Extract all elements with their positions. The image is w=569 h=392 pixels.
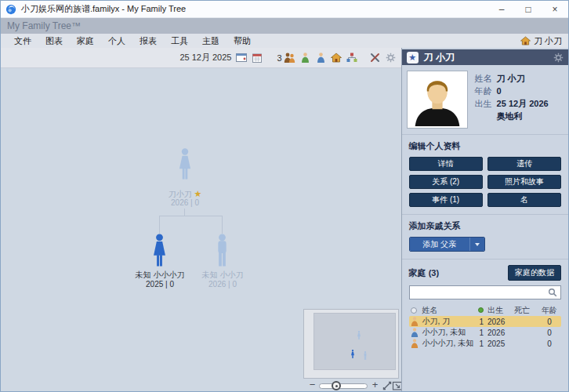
living-column-icon [478, 307, 484, 313]
add-father-button[interactable]: 添加 父亲 [410, 238, 469, 251]
settings-gear-icon[interactable] [385, 53, 397, 64]
minimap-viewport[interactable] [313, 313, 396, 370]
tree-connector [159, 216, 223, 216]
calendar-icon[interactable] [251, 53, 263, 64]
zoom-slider-track[interactable] [319, 383, 368, 389]
tree-label-child-2: 未知 小小刀 [172, 270, 274, 280]
chart-toolbar: 25 12月 2025 3 [1, 48, 401, 68]
minimap-panel[interactable] [303, 309, 399, 379]
people-count: 3 [277, 53, 281, 63]
divider [402, 259, 568, 260]
birthplace-value: 奥地利 [497, 111, 523, 121]
fullscreen-icon[interactable] [392, 380, 401, 391]
person-details: 姓名刀 小刀 年龄0 出生25 12月 2026 奥地利 [475, 71, 549, 129]
home-person-indicator[interactable]: 刀 小刀 [520, 35, 562, 47]
person-photo[interactable] [407, 71, 468, 129]
chevron-down-icon [475, 243, 480, 246]
home-person-icon[interactable] [331, 53, 342, 64]
zoom-slider-handle[interactable] [332, 381, 341, 390]
person-sidebar: ★ 刀 小刀 姓名刀 小刀 [401, 48, 568, 391]
tree-person-root[interactable] [176, 148, 194, 180]
avatar-silhouette [409, 73, 466, 126]
fit-to-window-icon[interactable] [382, 380, 393, 391]
family-search [409, 285, 561, 299]
menu-person[interactable]: 个人 [101, 35, 132, 47]
minimap-figure [357, 331, 361, 339]
family-row-3[interactable]: 小小小刀, 未知 1 2025 0 [409, 338, 561, 349]
close-button[interactable]: × [542, 1, 568, 17]
details-button[interactable]: 详情 [409, 157, 483, 171]
chart-type-icon[interactable] [346, 53, 358, 64]
menu-file[interactable]: 文件 [7, 35, 38, 47]
tree-person-child-selected[interactable] [150, 234, 169, 267]
tree-person-child-2[interactable] [213, 234, 231, 267]
photos-stories-button[interactable]: 照片和故事 [487, 175, 561, 189]
family-data-button[interactable]: 家庭的数据 [508, 265, 561, 281]
title-bar: 小刀娱乐网的族谱.familyx - My Family Tree – □ × [1, 1, 568, 18]
column-birth[interactable]: 出生 [487, 305, 514, 316]
edit-section-title: 编辑个人资料 [409, 140, 561, 152]
chart-date: 25 12月 2025 [179, 52, 231, 64]
names-button[interactable]: 名 [487, 193, 561, 207]
column-name[interactable]: 姓名 [422, 305, 475, 316]
events-button[interactable]: 事件 (1) [409, 193, 483, 207]
window-title: 小刀娱乐网的族谱.familyx - My Family Tree [21, 3, 186, 15]
add-section-title: 添加亲戚关系 [409, 220, 561, 232]
person-summary-card: 姓名刀 小刀 年龄0 出生25 12月 2026 奥地利 [402, 65, 568, 133]
divider [402, 134, 568, 135]
relationships-button[interactable]: 关系 (2) [409, 175, 483, 189]
person-female-icon [411, 317, 419, 326]
family-table: 姓名 出生 死亡 年龄 小刀, 刀 1 2026 0 [409, 304, 561, 349]
family-section: 家庭 (3) 家庭的数据 姓名 出生 死亡 [402, 260, 568, 355]
menu-reports[interactable]: 报表 [132, 35, 164, 47]
person-female-icon[interactable] [299, 53, 311, 64]
tree-connector [159, 216, 160, 234]
family-row-1[interactable]: 小刀, 刀 1 2026 0 [409, 316, 561, 327]
home-icon [520, 36, 531, 45]
panel-icon[interactable] [235, 53, 247, 64]
column-age[interactable]: 年龄 [539, 305, 560, 316]
tree-caption-root: 2026 | 0 [134, 198, 236, 208]
minimap-figure [363, 351, 368, 360]
person-column-icon [411, 307, 417, 314]
tree-caption-child-2: 2026 | 0 [172, 280, 274, 289]
favorite-star-icon[interactable]: ★ [407, 52, 419, 64]
person-male-icon [411, 328, 419, 337]
sidebar-gear-icon[interactable] [553, 53, 564, 63]
name-label: 姓名 [475, 72, 497, 85]
menu-family[interactable]: 家庭 [70, 35, 101, 47]
zoom-in-button[interactable]: + [370, 379, 380, 390]
family-search-input[interactable] [413, 289, 548, 297]
menu-tools[interactable]: 工具 [164, 35, 195, 47]
zoom-out-button[interactable]: − [307, 379, 317, 390]
age-label: 年龄 [475, 85, 497, 97]
maximize-button[interactable]: □ [515, 1, 542, 17]
window-controls: – □ × [488, 1, 568, 17]
add-relative-dropdown[interactable] [469, 238, 484, 251]
chart-canvas[interactable]: 25 12月 2025 3 [1, 48, 401, 391]
genetics-button[interactable]: 遗传 [487, 157, 561, 171]
edit-section: 编辑个人资料 详情 遗传 关系 (2) 照片和故事 事件 (1) 名 [402, 136, 568, 213]
add-relative-section: 添加亲戚关系 添加 父亲 [402, 216, 568, 258]
sidebar-header: ★ 刀 小刀 [402, 49, 568, 65]
family-row-2[interactable]: 小小刀, 未知 1 2026 0 [409, 327, 561, 338]
app-brand-bar: My Family Tree™ [1, 18, 568, 34]
menu-bar: 文件 图表 家庭 个人 报表 工具 主题 帮助 刀 小刀 [1, 34, 568, 48]
main-area: 25 12月 2025 3 [1, 48, 568, 391]
column-death[interactable]: 死亡 [514, 305, 539, 316]
menu-help[interactable]: 帮助 [227, 35, 258, 47]
people-group-icon[interactable] [284, 53, 295, 64]
person-male-icon[interactable] [315, 53, 327, 64]
divider [402, 214, 568, 215]
name-value: 刀 小刀 [497, 74, 525, 83]
app-window: 小刀娱乐网的族谱.familyx - My Family Tree – □ × … [0, 0, 569, 392]
menu-charts[interactable]: 图表 [38, 35, 70, 47]
tree-connector [222, 216, 223, 234]
family-section-title: 家庭 (3) [409, 267, 440, 279]
menu-themes[interactable]: 主题 [195, 35, 227, 47]
home-person-name: 刀 小刀 [534, 35, 562, 47]
tools-icon[interactable] [369, 53, 381, 64]
family-table-header[interactable]: 姓名 出生 死亡 年龄 [409, 304, 561, 316]
minimap-figure [350, 350, 355, 358]
minimize-button[interactable]: – [488, 1, 515, 17]
